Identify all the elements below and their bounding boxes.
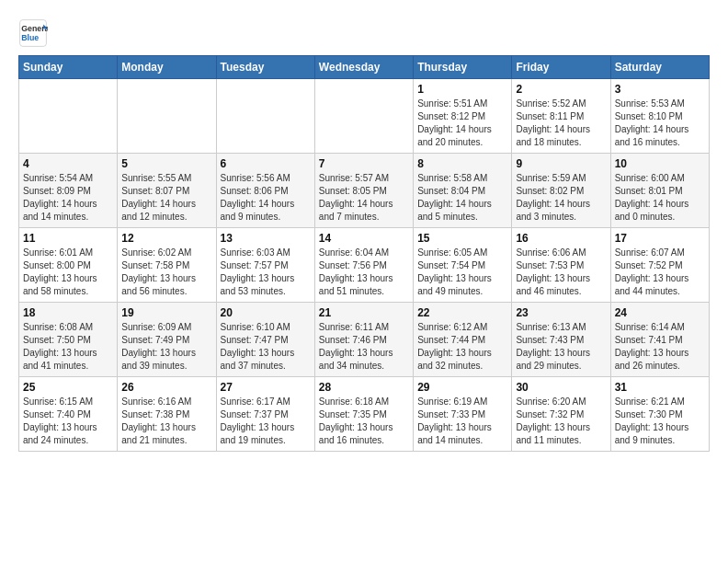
- day-info: Sunrise: 6:00 AM Sunset: 8:01 PM Dayligh…: [615, 172, 705, 224]
- logo-icon: General Blue: [18, 18, 48, 48]
- calendar-week-row: 18Sunrise: 6:08 AM Sunset: 7:50 PM Dayli…: [19, 303, 710, 377]
- day-info: Sunrise: 6:15 AM Sunset: 7:40 PM Dayligh…: [23, 396, 113, 447]
- day-info: Sunrise: 6:12 AM Sunset: 7:44 PM Dayligh…: [417, 321, 507, 373]
- day-info: Sunrise: 5:51 AM Sunset: 8:12 PM Dayligh…: [417, 98, 507, 149]
- calendar-week-row: 25Sunrise: 6:15 AM Sunset: 7:40 PM Dayli…: [19, 377, 710, 452]
- day-number: 26: [121, 381, 211, 394]
- logo: General Blue: [18, 18, 53, 48]
- day-number: 10: [615, 157, 705, 170]
- calendar-cell: 2Sunrise: 5:52 AM Sunset: 8:11 PM Daylig…: [512, 79, 610, 154]
- day-number: 24: [615, 306, 705, 319]
- day-number: 23: [516, 306, 606, 319]
- calendar-header: SundayMondayTuesdayWednesdayThursdayFrid…: [19, 56, 710, 79]
- calendar-week-row: 4Sunrise: 5:54 AM Sunset: 8:09 PM Daylig…: [19, 154, 710, 228]
- weekday-header: Monday: [118, 56, 216, 79]
- day-number: 30: [516, 381, 606, 394]
- day-info: Sunrise: 6:01 AM Sunset: 8:00 PM Dayligh…: [23, 247, 113, 298]
- day-number: 6: [221, 157, 311, 170]
- day-info: Sunrise: 5:56 AM Sunset: 8:06 PM Dayligh…: [221, 172, 311, 224]
- day-number: 25: [23, 381, 113, 394]
- day-number: 18: [23, 306, 113, 319]
- calendar-cell: 27Sunrise: 6:17 AM Sunset: 7:37 PM Dayli…: [216, 377, 314, 452]
- day-number: 7: [319, 157, 409, 170]
- day-info: Sunrise: 6:07 AM Sunset: 7:52 PM Dayligh…: [615, 247, 705, 298]
- calendar-cell: 4Sunrise: 5:54 AM Sunset: 8:09 PM Daylig…: [19, 154, 118, 228]
- calendar-cell: 30Sunrise: 6:20 AM Sunset: 7:32 PM Dayli…: [512, 377, 610, 452]
- calendar-cell: [216, 79, 314, 154]
- day-number: 17: [615, 232, 705, 245]
- calendar-cell: 23Sunrise: 6:13 AM Sunset: 7:43 PM Dayli…: [512, 303, 610, 377]
- calendar-cell: 9Sunrise: 5:59 AM Sunset: 8:02 PM Daylig…: [512, 154, 610, 228]
- day-info: Sunrise: 5:57 AM Sunset: 8:05 PM Dayligh…: [319, 172, 409, 224]
- day-number: 27: [221, 381, 311, 394]
- calendar-cell: 26Sunrise: 6:16 AM Sunset: 7:38 PM Dayli…: [118, 377, 216, 452]
- day-info: Sunrise: 5:58 AM Sunset: 8:04 PM Dayligh…: [417, 172, 507, 224]
- day-number: 29: [417, 381, 507, 394]
- calendar-cell: [118, 79, 216, 154]
- calendar-cell: 19Sunrise: 6:09 AM Sunset: 7:49 PM Dayli…: [118, 303, 216, 377]
- page-header: General Blue: [18, 18, 710, 48]
- calendar-cell: [314, 79, 413, 154]
- weekday-header: Friday: [512, 56, 610, 79]
- calendar-cell: 20Sunrise: 6:10 AM Sunset: 7:47 PM Dayli…: [216, 303, 314, 377]
- calendar-cell: 31Sunrise: 6:21 AM Sunset: 7:30 PM Dayli…: [610, 377, 709, 452]
- day-number: 12: [121, 232, 211, 245]
- calendar-cell: 6Sunrise: 5:56 AM Sunset: 8:06 PM Daylig…: [216, 154, 314, 228]
- calendar-cell: 21Sunrise: 6:11 AM Sunset: 7:46 PM Dayli…: [314, 303, 413, 377]
- day-info: Sunrise: 6:09 AM Sunset: 7:49 PM Dayligh…: [121, 321, 211, 373]
- calendar-cell: 28Sunrise: 6:18 AM Sunset: 7:35 PM Dayli…: [314, 377, 413, 452]
- day-info: Sunrise: 6:03 AM Sunset: 7:57 PM Dayligh…: [221, 247, 311, 298]
- calendar-cell: 14Sunrise: 6:04 AM Sunset: 7:56 PM Dayli…: [314, 228, 413, 303]
- day-number: 1: [417, 83, 507, 96]
- day-info: Sunrise: 6:10 AM Sunset: 7:47 PM Dayligh…: [221, 321, 311, 373]
- calendar-cell: 29Sunrise: 6:19 AM Sunset: 7:33 PM Dayli…: [414, 377, 512, 452]
- day-info: Sunrise: 6:21 AM Sunset: 7:30 PM Dayligh…: [615, 396, 705, 447]
- day-info: Sunrise: 6:20 AM Sunset: 7:32 PM Dayligh…: [516, 396, 606, 447]
- day-info: Sunrise: 5:54 AM Sunset: 8:09 PM Dayligh…: [23, 172, 113, 224]
- calendar-cell: 22Sunrise: 6:12 AM Sunset: 7:44 PM Dayli…: [414, 303, 512, 377]
- weekday-header: Tuesday: [216, 56, 314, 79]
- day-info: Sunrise: 6:06 AM Sunset: 7:53 PM Dayligh…: [516, 247, 606, 298]
- day-info: Sunrise: 5:59 AM Sunset: 8:02 PM Dayligh…: [516, 172, 606, 224]
- calendar-cell: 25Sunrise: 6:15 AM Sunset: 7:40 PM Dayli…: [19, 377, 118, 452]
- day-number: 4: [23, 157, 113, 170]
- day-number: 21: [319, 306, 409, 319]
- day-number: 19: [121, 306, 211, 319]
- calendar-week-row: 1Sunrise: 5:51 AM Sunset: 8:12 PM Daylig…: [19, 79, 710, 154]
- day-number: 3: [615, 83, 705, 96]
- calendar-cell: 12Sunrise: 6:02 AM Sunset: 7:58 PM Dayli…: [118, 228, 216, 303]
- day-info: Sunrise: 6:14 AM Sunset: 7:41 PM Dayligh…: [615, 321, 705, 373]
- calendar-cell: 24Sunrise: 6:14 AM Sunset: 7:41 PM Dayli…: [610, 303, 709, 377]
- day-info: Sunrise: 6:13 AM Sunset: 7:43 PM Dayligh…: [516, 321, 606, 373]
- day-number: 13: [221, 232, 311, 245]
- day-number: 15: [417, 232, 507, 245]
- day-number: 16: [516, 232, 606, 245]
- calendar-cell: 17Sunrise: 6:07 AM Sunset: 7:52 PM Dayli…: [610, 228, 709, 303]
- day-number: 8: [417, 157, 507, 170]
- calendar-cell: [19, 79, 118, 154]
- calendar-cell: 3Sunrise: 5:53 AM Sunset: 8:10 PM Daylig…: [610, 79, 709, 154]
- day-number: 11: [23, 232, 113, 245]
- day-info: Sunrise: 5:52 AM Sunset: 8:11 PM Dayligh…: [516, 98, 606, 149]
- weekday-header: Sunday: [19, 56, 118, 79]
- calendar-cell: 13Sunrise: 6:03 AM Sunset: 7:57 PM Dayli…: [216, 228, 314, 303]
- day-number: 9: [516, 157, 606, 170]
- calendar-cell: 15Sunrise: 6:05 AM Sunset: 7:54 PM Dayli…: [414, 228, 512, 303]
- svg-text:Blue: Blue: [21, 33, 39, 42]
- day-number: 2: [516, 83, 606, 96]
- day-info: Sunrise: 6:19 AM Sunset: 7:33 PM Dayligh…: [417, 396, 507, 447]
- weekday-header: Wednesday: [314, 56, 413, 79]
- day-info: Sunrise: 5:53 AM Sunset: 8:10 PM Dayligh…: [615, 98, 705, 149]
- calendar-cell: 5Sunrise: 5:55 AM Sunset: 8:07 PM Daylig…: [118, 154, 216, 228]
- day-info: Sunrise: 6:16 AM Sunset: 7:38 PM Dayligh…: [121, 396, 211, 447]
- day-info: Sunrise: 6:05 AM Sunset: 7:54 PM Dayligh…: [417, 247, 507, 298]
- calendar-cell: 7Sunrise: 5:57 AM Sunset: 8:05 PM Daylig…: [314, 154, 413, 228]
- calendar-cell: 18Sunrise: 6:08 AM Sunset: 7:50 PM Dayli…: [19, 303, 118, 377]
- calendar-cell: 16Sunrise: 6:06 AM Sunset: 7:53 PM Dayli…: [512, 228, 610, 303]
- day-number: 5: [121, 157, 211, 170]
- day-number: 31: [615, 381, 705, 394]
- calendar-cell: 1Sunrise: 5:51 AM Sunset: 8:12 PM Daylig…: [414, 79, 512, 154]
- day-info: Sunrise: 6:17 AM Sunset: 7:37 PM Dayligh…: [221, 396, 311, 447]
- weekday-header: Thursday: [414, 56, 512, 79]
- calendar-week-row: 11Sunrise: 6:01 AM Sunset: 8:00 PM Dayli…: [19, 228, 710, 303]
